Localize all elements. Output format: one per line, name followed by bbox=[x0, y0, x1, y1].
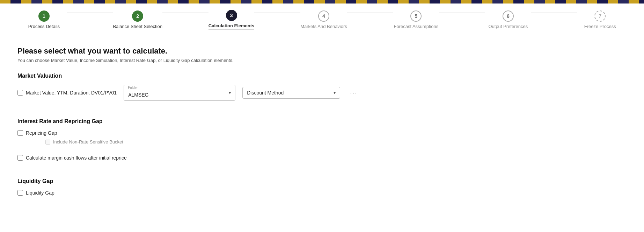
margin-cash-checkbox[interactable] bbox=[17, 155, 23, 161]
connector-2-3 bbox=[162, 13, 208, 13]
step-label-1: Process Details bbox=[28, 24, 60, 29]
interest-rate-section: Interest Rate and Repricing Gap Repricin… bbox=[17, 118, 627, 161]
step-label-5: Forecast Assumptions bbox=[394, 24, 438, 29]
step-circle-5: 5 bbox=[410, 10, 422, 22]
discount-method-dropdown[interactable]: Discount Method bbox=[242, 87, 340, 99]
step-label-4: Markets And Behaviors bbox=[300, 24, 347, 29]
liquidity-gap-checkbox[interactable] bbox=[17, 190, 23, 196]
margin-cash-text: Calculate margin cash flows after initia… bbox=[26, 155, 127, 161]
step-label-7: Freeze Process bbox=[584, 24, 616, 29]
market-valuation-section: Market Valuation Market Value, YTM, Dura… bbox=[17, 73, 627, 101]
step-circle-7: 7 bbox=[594, 10, 606, 22]
step-circle-4: 4 bbox=[318, 10, 329, 22]
folder-dropdown-wrapper: Folder ALMSEG ▼ bbox=[124, 85, 235, 101]
market-value-checkbox[interactable] bbox=[17, 90, 23, 96]
step-2[interactable]: 2 Balance Sheet Selection bbox=[113, 10, 162, 29]
interest-rate-heading: Interest Rate and Repricing Gap bbox=[17, 118, 627, 125]
step-1[interactable]: 1 Process Details bbox=[21, 10, 67, 29]
non-rate-sensitive-row: Include Non-Rate Sensitive Bucket bbox=[45, 139, 627, 145]
liquidity-gap-label[interactable]: Liquidity Gap bbox=[17, 190, 627, 196]
step-7[interactable]: 7 Freeze Process bbox=[577, 10, 623, 29]
market-valuation-heading: Market Valuation bbox=[17, 73, 627, 79]
liquidity-gap-heading: Liquidity Gap bbox=[17, 178, 627, 184]
non-rate-sensitive-checkbox[interactable] bbox=[45, 140, 50, 145]
connector-5-6 bbox=[439, 13, 485, 13]
more-options-button[interactable]: ··· bbox=[347, 88, 360, 98]
spacer-2 bbox=[17, 148, 627, 155]
main-content: Please select what you want to calculate… bbox=[0, 36, 644, 217]
liquidity-gap-text: Liquidity Gap bbox=[26, 190, 54, 196]
step-5[interactable]: 5 Forecast Assumptions bbox=[393, 10, 439, 29]
step-label-6: Output Preferences bbox=[488, 24, 528, 29]
repricing-gap-text: Repricing Gap bbox=[26, 130, 57, 136]
step-circle-2: 2 bbox=[132, 10, 143, 22]
page-title: Please select what you want to calculate… bbox=[17, 47, 627, 56]
repricing-gap-label[interactable]: Repricing Gap bbox=[17, 130, 627, 136]
step-4[interactable]: 4 Markets And Behaviors bbox=[300, 10, 347, 29]
step-label-2: Balance Sheet Selection bbox=[113, 24, 162, 29]
market-valuation-row: Market Value, YTM, Duration, DV01/PV01 F… bbox=[17, 85, 627, 101]
repricing-gap-checkbox[interactable] bbox=[17, 130, 23, 136]
market-value-label: Market Value, YTM, Duration, DV01/PV01 bbox=[26, 90, 117, 96]
liquidity-gap-section: Liquidity Gap Liquidity Gap bbox=[17, 178, 627, 196]
spacer-1 bbox=[17, 111, 627, 118]
discount-method-wrapper: Discount Method ▼ bbox=[242, 87, 340, 99]
step-circle-3: 3 bbox=[226, 10, 237, 21]
step-3[interactable]: 3 Calculation Elements bbox=[208, 10, 255, 29]
margin-cash-label[interactable]: Calculate margin cash flows after initia… bbox=[17, 155, 627, 161]
non-rate-sensitive-label: Include Non-Rate Sensitive Bucket bbox=[53, 139, 123, 145]
folder-dropdown[interactable]: ALMSEG bbox=[124, 85, 235, 101]
connector-1-2 bbox=[67, 13, 113, 13]
stepper-nav: 1 Process Details 2 Balance Sheet Select… bbox=[0, 3, 644, 36]
step-circle-1: 1 bbox=[38, 10, 50, 22]
market-value-checkbox-label[interactable]: Market Value, YTM, Duration, DV01/PV01 bbox=[17, 90, 117, 96]
step-label-3: Calculation Elements bbox=[208, 23, 254, 29]
step-circle-6: 6 bbox=[503, 10, 514, 22]
connector-6-7 bbox=[531, 13, 577, 13]
top-banner bbox=[0, 0, 644, 3]
connector-4-5 bbox=[347, 13, 393, 13]
spacer-3 bbox=[17, 171, 627, 178]
connector-3-4 bbox=[254, 13, 300, 13]
page-subtitle: You can choose Market Value, Income Simu… bbox=[17, 58, 627, 63]
step-6[interactable]: 6 Output Preferences bbox=[485, 10, 531, 29]
